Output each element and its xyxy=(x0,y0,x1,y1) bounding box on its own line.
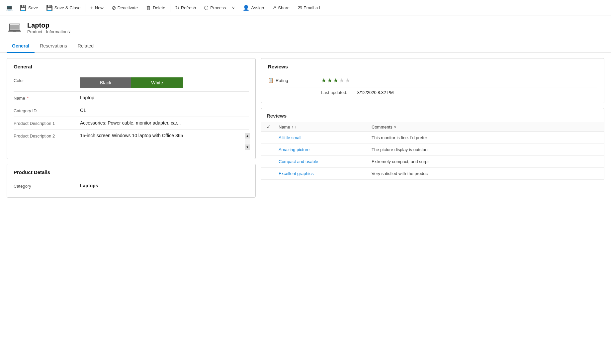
assign-icon: 👤 xyxy=(243,5,249,11)
delete-icon: 🗑 xyxy=(146,5,151,11)
required-marker: * xyxy=(27,96,29,101)
product-desc2-field-row: Product Description 2 15-inch screen Win… xyxy=(14,130,249,153)
toolbar-divider-3 xyxy=(238,4,238,12)
color-field-value: Black White xyxy=(80,77,249,88)
category-value: Laptops xyxy=(80,183,249,188)
review-row-1-comment: This monitor is fine. I'd prefer xyxy=(372,135,599,140)
svg-rect-1 xyxy=(10,25,19,30)
breadcrumb-info-dropdown[interactable]: Information ∨ xyxy=(46,29,71,34)
scroll-up-button[interactable]: ▲ xyxy=(245,133,250,138)
product-desc1-field-row: Product Description 1 Accessories: Power… xyxy=(14,117,249,130)
toolbar: 💻 💾 Save 💾 Save & Close + New ⊘ Deactiva… xyxy=(0,0,611,16)
scroll-down-button[interactable]: ▼ xyxy=(245,144,250,150)
reviews-table-title: Reviews xyxy=(261,108,604,122)
reviews-summary-card: Reviews 📋 Rating ★ ★ ★ ★ ★ xyxy=(261,58,604,103)
sort-asc-icon[interactable]: ↑ xyxy=(292,125,294,129)
process-dropdown[interactable]: ⬡ Process ∨ xyxy=(200,3,237,13)
color-label: Color xyxy=(14,77,80,83)
laptop-svg-icon xyxy=(8,21,21,35)
deactivate-button[interactable]: ⊘ Deactivate xyxy=(108,0,142,16)
toolbar-divider-2 xyxy=(170,4,170,12)
color-white-button[interactable]: White xyxy=(131,77,183,88)
reviews-table-card: Reviews ✓ Name ↑ ↓ Comments ∨ A xyxy=(261,108,604,180)
last-updated-value: 8/12/2020 8:32 PM xyxy=(357,90,394,95)
process-dropdown-arrow[interactable]: ∨ xyxy=(230,3,237,12)
right-panel: Reviews 📋 Rating ★ ★ ★ ★ ★ xyxy=(261,58,604,358)
product-details-title: Product Details xyxy=(14,169,249,175)
back-button[interactable]: 💻 xyxy=(3,0,16,16)
save-close-button[interactable]: 💾 Save & Close xyxy=(42,0,85,16)
breadcrumb-product: Product xyxy=(27,29,42,34)
assign-button[interactable]: 👤 Assign xyxy=(239,0,268,16)
rating-row: 📋 Rating ★ ★ ★ ★ ★ xyxy=(268,74,597,87)
refresh-button[interactable]: ↻ Refresh xyxy=(171,0,200,16)
review-row-3-name[interactable]: Compact and usable xyxy=(279,159,372,164)
last-updated-row: Last updated: 8/12/2020 8:32 PM xyxy=(268,87,597,98)
process-icon: ⬡ xyxy=(204,5,209,11)
name-header-col[interactable]: Name ↑ ↓ xyxy=(279,125,372,130)
category-field-row: Category Laptops xyxy=(14,180,249,192)
star-1: ★ xyxy=(321,77,326,84)
tab-reservations[interactable]: Reservations xyxy=(35,40,72,53)
review-row-3-comment: Extremely compact, and surpr xyxy=(372,159,599,164)
review-row-2-name[interactable]: Amazing picture xyxy=(279,147,372,152)
table-row: Excellent graphics Very satisfied with t… xyxy=(261,168,604,180)
process-button[interactable]: ⬡ Process xyxy=(200,3,230,13)
product-icon xyxy=(7,20,23,36)
toolbar-divider-1 xyxy=(85,4,85,12)
star-4: ★ xyxy=(339,77,344,84)
email-button[interactable]: ✉ Email a L xyxy=(294,0,325,16)
tabs-bar: General Reservations Related xyxy=(0,40,611,53)
category-id-value: C1 xyxy=(80,108,249,113)
tab-general[interactable]: General xyxy=(7,40,35,53)
header-info: Laptop Product · Information ∨ xyxy=(27,22,71,34)
comments-header-col[interactable]: Comments ∨ xyxy=(372,125,599,130)
breadcrumb-info-label: Information xyxy=(46,29,67,34)
chevron-down-icon: ∨ xyxy=(232,5,235,10)
share-button[interactable]: ↗ Share xyxy=(268,0,294,16)
comments-col-label: Comments xyxy=(372,125,393,130)
email-icon: ✉ xyxy=(298,5,302,11)
star-2: ★ xyxy=(327,77,332,84)
last-updated-label-text: Last updated: xyxy=(321,90,347,95)
breadcrumb: Product · Information ∨ xyxy=(27,29,71,34)
save-icon: 💾 xyxy=(20,5,27,11)
new-button[interactable]: + New xyxy=(86,0,107,16)
star-3: ★ xyxy=(333,77,338,84)
breadcrumb-separator: · xyxy=(44,29,45,34)
color-field-row: Color Black White xyxy=(14,74,249,92)
general-card: General Color Black White Name * Laptop xyxy=(7,58,256,159)
review-row-1-name[interactable]: A little small xyxy=(279,135,372,140)
reviews-summary-title: Reviews xyxy=(268,64,597,69)
checkmark-header-icon: ✓ xyxy=(267,124,271,130)
tab-related[interactable]: Related xyxy=(72,40,99,53)
star-5: ★ xyxy=(345,77,350,84)
sort-desc-icon[interactable]: ↓ xyxy=(295,125,297,129)
review-row-4-name[interactable]: Excellent graphics xyxy=(279,171,372,176)
name-value: Laptop xyxy=(80,95,249,100)
rating-value: ★ ★ ★ ★ ★ xyxy=(321,77,597,84)
product-desc1-value: Accessories: Power cable, monitor adapte… xyxy=(80,120,249,126)
comments-sort-icon[interactable]: ∨ xyxy=(394,125,396,129)
back-icon: 💻 xyxy=(6,4,13,12)
table-row: A little small This monitor is fine. I'd… xyxy=(261,132,604,144)
color-black-button[interactable]: Black xyxy=(80,77,131,88)
breadcrumb-chevron-icon: ∨ xyxy=(68,30,71,34)
review-row-2-comment: The picture display is outstan xyxy=(372,147,599,152)
product-desc2-text: 15-inch screen Windows 10 laptop with Of… xyxy=(80,133,249,150)
delete-button[interactable]: 🗑 Delete xyxy=(142,0,169,16)
rating-label: 📋 Rating xyxy=(268,78,321,83)
page-title: Laptop xyxy=(27,22,71,29)
category-id-label: Category ID xyxy=(14,108,80,113)
new-icon: + xyxy=(90,5,93,11)
name-field-row: Name * Laptop xyxy=(14,92,249,104)
left-panel: General Color Black White Name * Laptop xyxy=(7,58,256,358)
reviews-table-header: ✓ Name ↑ ↓ Comments ∨ xyxy=(261,122,604,132)
svg-rect-3 xyxy=(13,31,16,32)
general-card-title: General xyxy=(14,64,249,69)
category-label: Category xyxy=(14,183,80,189)
product-desc2-label: Product Description 2 xyxy=(14,133,80,138)
save-button[interactable]: 💾 Save xyxy=(16,0,42,16)
name-label: Name * xyxy=(14,95,80,101)
name-col-label: Name xyxy=(279,125,290,130)
